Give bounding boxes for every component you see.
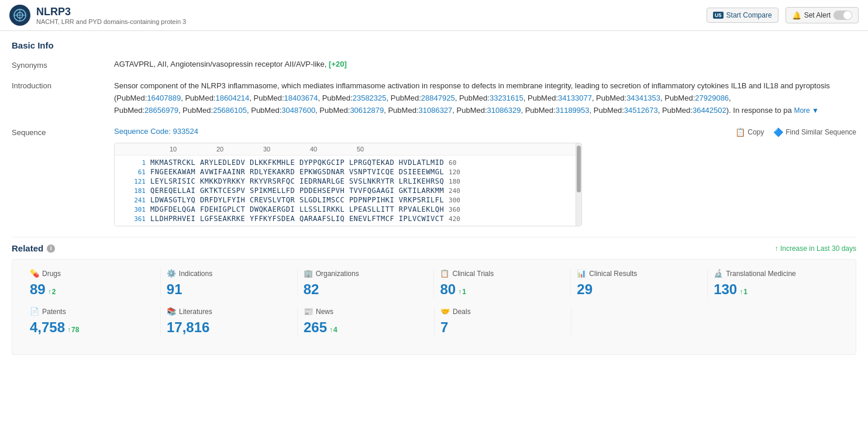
patents-up-arrow: ↑ xyxy=(67,326,71,334)
patents-count: 4,758 xyxy=(30,319,65,336)
pubmed-31086329[interactable]: 31086329 xyxy=(487,106,521,115)
pubmed-18403674[interactable]: 18403674 xyxy=(284,94,318,102)
card-literatures[interactable]: 📚 Literatures 17,816 xyxy=(161,307,298,336)
sequence-code-label: Sequence Code: xyxy=(114,127,171,136)
tm-increase: ↑ 1 xyxy=(739,288,748,296)
alert-toggle[interactable] xyxy=(833,11,852,20)
ruler-30: 30 xyxy=(243,146,290,153)
organizations-header: 🏢 Organizations xyxy=(304,269,428,278)
pubmed-34341353[interactable]: 34341353 xyxy=(626,94,660,102)
literatures-label: Literatures xyxy=(179,308,212,316)
start-compare-button[interactable]: U5 Start Compare xyxy=(707,8,779,23)
pubmed-34512673[interactable]: 34512673 xyxy=(624,106,658,115)
clinical-trials-increase: ↑ 1 xyxy=(458,288,466,296)
pubmed-25686105[interactable]: 25686105 xyxy=(213,106,247,115)
synonyms-label: Synonyms xyxy=(12,60,114,70)
sequence-code-link[interactable]: Sequence Code: 933524 xyxy=(114,127,198,136)
seq-text-361: LLDHPRHVEI LGFSEAKRKE YFFKYFSDEA QARAAFS… xyxy=(150,215,444,223)
clinical-results-value: 29 xyxy=(577,281,701,298)
pubmed-34133077[interactable]: 34133077 xyxy=(558,94,592,102)
news-increase-count: 4 xyxy=(333,326,337,334)
seq-row-241: 241 LDWASGTLYQ DRFDYLFYIH CREVSLVTQR SLG… xyxy=(115,195,581,205)
card-empty-2 xyxy=(708,307,844,336)
tm-up-arrow: ↑ xyxy=(739,288,743,296)
card-clinical-results[interactable]: 📊 Clinical Results 29 xyxy=(571,269,708,298)
drugs-increase: ↑ 2 xyxy=(48,288,56,296)
translational-medicine-value: 130 ↑ 1 xyxy=(714,281,838,298)
card-patents[interactable]: 📄 Patents 4,758 ↑ 78 xyxy=(24,307,161,336)
pubmed-31086327[interactable]: 31086327 xyxy=(418,106,452,115)
ruler-50: 50 xyxy=(337,146,384,153)
card-indications[interactable]: ⚙️ Indications 91 xyxy=(161,269,298,298)
literatures-header: 📚 Literatures xyxy=(167,307,291,316)
ruler-40: 40 xyxy=(290,146,337,153)
introduction-value: Sensor component of the NLRP3 inflammaso… xyxy=(114,80,856,116)
related-info-icon[interactable]: i xyxy=(47,244,55,253)
translational-medicine-icon: 🔬 xyxy=(714,269,723,278)
related-cards-row2: 📄 Patents 4,758 ↑ 78 📚 Literatures xyxy=(24,307,844,336)
news-up-arrow: ↑ xyxy=(329,326,333,334)
more-button[interactable]: More ▼ xyxy=(794,106,819,115)
synonyms-more-link[interactable]: [+20] xyxy=(329,60,347,68)
pubmed-33231615[interactable]: 33231615 xyxy=(490,94,523,102)
synonyms-text: AGTAVPRL, AII, Angiotensin/vasopressin r… xyxy=(114,60,326,68)
find-similar-label: Find Similar Sequence xyxy=(786,128,856,136)
card-drugs[interactable]: 💊 Drugs 89 ↑ 2 xyxy=(24,269,161,298)
copy-sequence-button[interactable]: 📋 Copy xyxy=(735,127,764,137)
seq-text-181: QEREQELLAI GKTKTCESPV SPIKMELLFD PDDEHSE… xyxy=(150,187,444,195)
pubmed-30612879[interactable]: 30612879 xyxy=(350,106,384,115)
news-value: 265 ↑ 4 xyxy=(304,319,428,336)
sequence-actions: 📋 Copy 🔷 Find Similar Sequence xyxy=(735,127,856,137)
seq-end-181: 240 xyxy=(449,187,460,195)
patents-label: Patents xyxy=(42,308,66,316)
card-clinical-trials[interactable]: 📋 Clinical Trials 80 ↑ 1 xyxy=(434,269,571,298)
patents-header: 📄 Patents xyxy=(30,307,154,316)
sequence-value: Sequence Code: 933524 📋 Copy 🔷 Find Simi… xyxy=(114,127,856,226)
header-title-block: NLRP3 NACHT, LRR and PYD domains-contain… xyxy=(36,6,186,25)
sequence-code-value: 933524 xyxy=(173,127,198,136)
synonyms-row: Synonyms AGTAVPRL, AII, Angiotensin/vaso… xyxy=(12,60,856,70)
pubmed-18604214[interactable]: 18604214 xyxy=(215,94,249,102)
clinical-results-icon: 📊 xyxy=(577,269,586,278)
clinical-trials-value: 80 ↑ 1 xyxy=(440,281,564,298)
pubmed-31189953[interactable]: 31189953 xyxy=(556,106,590,115)
drugs-label: Drugs xyxy=(42,270,61,278)
alert-label: Set Alert xyxy=(804,11,831,19)
pubmed-16407889[interactable]: 16407889 xyxy=(147,94,181,102)
sequence-row: Sequence Sequence Code: 933524 📋 Copy 🔷 … xyxy=(12,127,856,226)
find-similar-button[interactable]: 🔷 Find Similar Sequence xyxy=(773,127,856,137)
literatures-icon: 📚 xyxy=(167,307,176,316)
pubmed-36442502[interactable]: 36442502 xyxy=(693,106,726,115)
pubmed-23582325[interactable]: 23582325 xyxy=(353,94,387,102)
related-cards-row1: 💊 Drugs 89 ↑ 2 ⚙️ Indications 91 xyxy=(24,269,844,298)
synonyms-value: AGTAVPRL, AII, Angiotensin/vasopressin r… xyxy=(114,60,856,68)
copy-label: Copy xyxy=(748,128,764,136)
set-alert-button[interactable]: 🔔 Set Alert xyxy=(786,7,859,23)
card-news[interactable]: 📰 News 265 ↑ 4 xyxy=(298,307,435,336)
pubmed-28656979[interactable]: 28656979 xyxy=(144,106,178,115)
organizations-count: 82 xyxy=(304,281,319,298)
scrollbar-track[interactable] xyxy=(576,143,581,226)
pubmed-27929086[interactable]: 27929086 xyxy=(695,94,729,102)
drugs-value: 89 ↑ 2 xyxy=(30,281,154,298)
news-header: 📰 News xyxy=(304,307,428,316)
deals-label: Deals xyxy=(453,308,471,316)
pubmed-30487600[interactable]: 30487600 xyxy=(281,106,315,115)
drugs-icon: 💊 xyxy=(30,269,39,278)
basic-info-title: Basic Info xyxy=(12,40,856,50)
seq-num-181: 181 xyxy=(119,187,146,195)
seq-num-241: 241 xyxy=(119,196,146,204)
sequence-body[interactable]: 1 MKMASTRCKL ARYLEDLEDV DLKKFKMHLE DYPPQ… xyxy=(115,156,581,226)
seq-num-361: 361 xyxy=(119,215,146,223)
increase-text: Increase in Last 30 days xyxy=(780,244,856,253)
page-subtitle: NACHT, LRR and PYD domains-containing pr… xyxy=(36,18,186,25)
pubmed-28847925[interactable]: 28847925 xyxy=(421,94,455,102)
card-organizations[interactable]: 🏢 Organizations 82 xyxy=(298,269,435,298)
seq-text-241: LDWASGTLYQ DRFDYLFYIH CREVSLVTQR SLGDLIM… xyxy=(150,196,444,204)
card-translational-medicine[interactable]: 🔬 Translational Medicine 130 ↑ 1 xyxy=(708,269,844,298)
scrollbar-thumb[interactable] xyxy=(577,146,581,192)
seq-end-301: 360 xyxy=(449,206,460,213)
seq-row-121: 121 LEYLSRISIC KMKKDYRKKY RKYVRSRFQC IED… xyxy=(115,177,581,186)
card-deals[interactable]: 🤝 Deals 7 xyxy=(435,307,571,336)
compare-icon: U5 xyxy=(713,12,724,19)
